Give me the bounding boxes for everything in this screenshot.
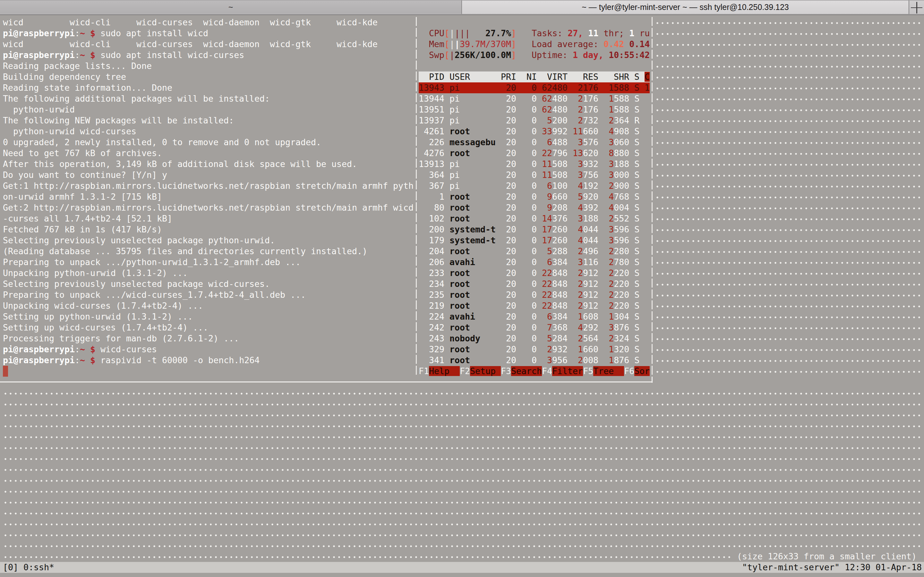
client-region-right-border [652,17,653,377]
text-segment: Search [511,366,542,376]
text-segment: S [629,311,640,322]
text-segment: 208 [552,203,567,213]
text-segment [598,311,604,322]
text-segment: sudo apt install wicd-curses [95,50,244,60]
text-segment: 17 [542,235,552,245]
shell-line: Preparing to unpack .../wicd-curses_1.7.… [3,290,306,300]
client-region-bottom-border [0,382,653,383]
status-session-window[interactable]: [0] 0:ssh* [3,562,54,573]
text-segment [598,334,604,343]
htop-row: 367 pi 20 0 6100 4192 2900 S [419,181,640,191]
text-segment: 1 [604,355,614,365]
text-segment: Uptime: [531,50,573,60]
text-segment: 384 [552,257,567,267]
text-segment: 260 [552,235,567,245]
text-segment: S [629,301,640,311]
text-segment: 22 [542,301,552,311]
text-segment: 22 [542,148,552,158]
htop-row: 1 root 20 0 9660 5920 4768 S [419,191,640,202]
text-segment [583,28,588,38]
text-segment: S [629,93,640,103]
text-segment: 27, [567,28,583,38]
text-segment [567,290,573,300]
text-segment [598,355,604,365]
htop-row-selected: 13943 pi 20 0 62480 2176 1588 S 1 [419,82,650,93]
text-segment: 912 [583,290,598,300]
text-segment: 4 [573,322,583,332]
text-segment: 20 0 [496,192,542,201]
text-segment [85,355,90,365]
text-segment: Setting up python-urwid (1.3.1-2) ... [3,311,193,322]
text-segment: 608 [583,311,598,322]
text-segment: 900 [614,181,629,191]
text-segment: 488 [552,137,567,147]
text-segment: S [629,105,640,114]
text-segment: F5 [583,366,593,376]
text-segment: Preparing to unpack .../python-urwid_1.3… [3,257,300,267]
text-segment [567,137,573,147]
text-segment: R [629,115,640,125]
htop-meter-line: Swp[|256K/100.0M] Uptime: 1 day, 10:55:4… [419,50,650,61]
text-segment: 660 [583,126,598,136]
text-segment: 62 [542,105,552,114]
unused-area-dots-bottom [3,388,922,562]
text-segment: 6 [542,137,552,147]
text-segment: 1 day, [573,50,609,60]
pane-divider[interactable] [416,17,417,377]
text-segment: 912 [583,301,598,311]
text-segment: Selecting previously unselected package … [3,235,275,245]
shell-line: on-urwid armhf 1.3.1-2 [715 kB] [3,191,162,202]
htop-row: 102 root 20 0 14376 3188 2552 S [419,213,640,224]
text-segment [567,279,573,289]
text-segment: nobody [449,334,496,343]
text-segment: 8 [604,148,614,158]
text-segment: 27.7% [485,28,511,38]
text-segment [598,246,604,256]
text-segment: avahi [449,257,496,267]
text-segment: 260 [552,224,567,234]
text-segment: 660 [583,344,598,354]
text-segment: 596 [614,235,629,245]
text-segment: 880 [614,148,629,158]
text-segment: 14 [542,213,552,223]
text-segment: Load average: [531,39,604,49]
text-segment: 920 [583,192,598,201]
text-segment [598,344,604,354]
text-segment: 20 0 [496,301,542,311]
text-segment: 364 [614,115,629,125]
text-segment: root [449,322,496,332]
text-segment: Unpacking wicd-curses (1.7.4+tb2-4) ... [3,301,203,311]
text-segment: 912 [583,268,598,278]
text-segment: 3 [604,322,614,332]
text-segment: 80 [419,203,449,213]
text-segment: S [629,137,640,147]
text-segment: 13937 [419,115,449,125]
text-segment: C [645,72,650,82]
tmux-terminal[interactable]: wicd wicd-cli wicd-curses wicd-daemon wi… [0,0,924,577]
htop-row: 329 root 20 0 2932 1660 1320 S [419,344,640,355]
text-segment: pi@raspberrypi [3,355,75,365]
text-segment: 9 [542,203,552,213]
text-segment: 6 [542,257,552,267]
text-segment: S [629,181,640,191]
shell-line: pi@raspberrypi:~ $ sudo apt install wicd… [3,50,244,61]
text-segment: Get:1 http://raspbian.mirrors.lucidnetwo… [3,181,414,191]
text-segment: 376 [552,213,567,223]
shell-line: pi@raspberrypi:~ $ wicd-curses [3,344,157,355]
text-segment: 329 [419,344,449,354]
shell-line: Building dependency tree [3,71,126,82]
text-segment: root [449,268,496,278]
text-segment: 2 [573,279,583,289]
text-segment: 220 [614,301,629,311]
text-segment: 20 0 [496,334,542,343]
text-segment: ru [634,28,650,38]
text-segment: 256K/100.0M [455,50,511,60]
text-segment: 20 0 [496,257,542,267]
text-segment: 2 [573,246,583,256]
htop-row: 206 avahi 20 0 6384 3116 2780 S [419,257,640,268]
text-segment: 932 [552,344,567,354]
text-segment: 6 [542,311,552,322]
text-segment: 848 [552,301,567,311]
htop-row: 13951 pi 20 0 62480 2176 1588 S [419,104,640,115]
text-segment: 20 0 [496,290,542,300]
